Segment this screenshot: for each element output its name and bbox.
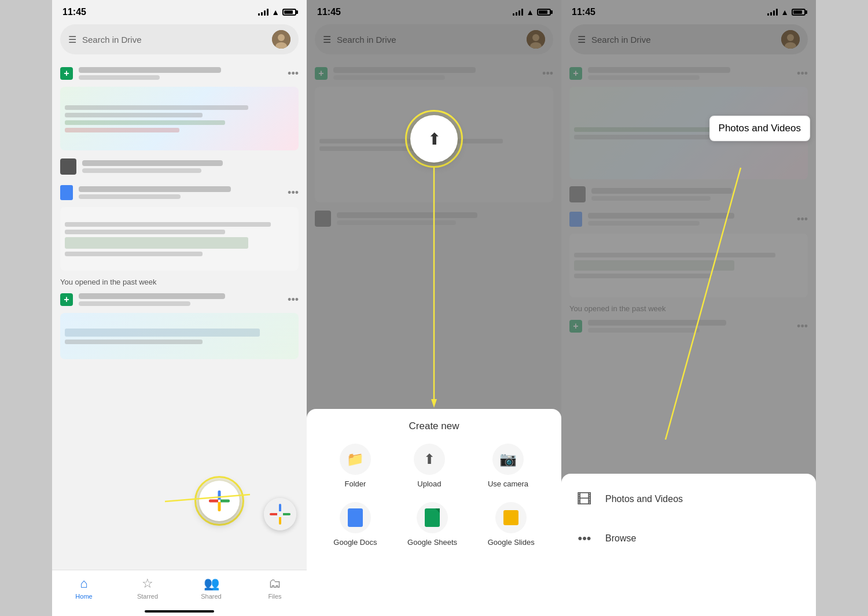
bottom-sheet-middle: Create new 📁 Folder ⬆ Upload 📷 [307,409,561,616]
file-item-1[interactable]: + ••• [52,62,307,84]
bottom-nav-left: ⌂ Home ☆ Starred 👥 Shared 🗂 Files [52,570,307,616]
docs-label: Google Docs [333,538,377,547]
nav-shared-label-left: Shared [201,593,221,600]
avatar-left[interactable] [272,30,290,49]
battery-icon-left [282,9,296,16]
file-info-1 [79,67,282,80]
file-item-3[interactable]: ••• [52,180,307,205]
files-icon-left: 🗂 [269,576,281,591]
folder-icon-sheet: 📁 [340,444,371,475]
nav-files-left[interactable]: 🗂 Files [243,576,307,600]
file-thumb-2 [60,158,76,175]
signal-icon-left [258,9,269,16]
upload-icon-middle: ⬆ [428,130,441,149]
thumbnail-3[interactable] [60,313,299,359]
left-panel: 11:45 ▲ ☰ Search in Drive [52,0,307,616]
slides-icon-sheet [495,502,527,533]
section-label-left: You opened in the past week [52,273,307,289]
hamburger-icon-left[interactable]: ☰ [68,34,76,45]
upload-circle-ring: ⬆ [405,110,463,168]
nav-starred-label-left: Starred [137,593,158,600]
sheet-item-browse-right[interactable]: ••• Browse [561,519,816,558]
sheet-item-upload[interactable]: ⬆ Upload [414,444,445,488]
svg-point-1 [278,34,285,41]
file-item-2[interactable] [52,154,307,179]
status-icons-left: ▲ [258,8,296,17]
doc-icon-3 [60,185,73,200]
upload-button-middle[interactable]: ⬆ [410,115,458,163]
home-icon-left: ⌂ [80,576,87,591]
home-indicator-left [145,610,214,613]
plus-icon-left [209,490,230,511]
photos-label-right: Photos and Videos [605,494,683,504]
fab-yellow-ring [194,476,244,526]
more-icon-3[interactable]: ••• [288,187,299,199]
right-panel: 11:45 ▲ ☰ Search in Drive [561,0,816,616]
nav-starred-left[interactable]: ☆ Starred [116,576,179,600]
folder-label: Folder [345,479,366,488]
nav-home-label-left: Home [75,593,92,600]
camera-icon-sheet: 📷 [492,444,524,475]
folder-icon-4: + [60,293,73,306]
sheet-item-camera[interactable]: 📷 Use camera [488,444,528,488]
sheets-icon-sheet [417,502,448,533]
sheets-label: Google Sheets [407,538,457,547]
photos-icon-right: 🎞 [573,488,596,511]
thumbnail-2[interactable] [60,207,299,271]
upload-icon-sheet: ⬆ [414,444,445,475]
slides-label: Google Slides [488,538,535,547]
tooltip-text: Photos and Videos [719,123,801,134]
file-info-3 [79,186,282,199]
nav-files-label-left: Files [268,593,281,600]
nav-shared-left[interactable]: 👥 Shared [179,576,243,600]
camera-label: Use camera [488,479,528,488]
wifi-icon-left: ▲ [271,8,279,17]
search-input-left[interactable]: Search in Drive [82,35,266,45]
sheet-grid-row2: Google Docs Google Sheets Google Slides [307,502,561,558]
folder-icon-1: + [60,67,73,80]
file-item-4[interactable]: + ••• [52,289,307,311]
more-icon-4[interactable]: ••• [288,294,299,306]
middle-panel: 11:45 ▲ ☰ Search in Drive [307,0,561,616]
sheet-title-middle: Create new [307,420,561,432]
star-icon-left: ☆ [142,576,153,591]
docs-icon-sheet [340,502,371,533]
sheet-item-folder[interactable]: 📁 Folder [340,444,371,488]
content-left: + ••• [52,58,307,366]
more-icon-1[interactable]: ••• [288,68,299,80]
fab-secondary-left[interactable] [264,498,296,530]
search-bar-left[interactable]: ☰ Search in Drive [60,24,299,54]
status-bar-left: 11:45 ▲ [52,0,307,21]
sheet-item-docs[interactable]: Google Docs [333,502,377,547]
right-sheet: 🎞 Photos and Videos ••• Browse [561,474,816,616]
tooltip-photos-videos: Photos and Videos [709,116,810,141]
sheet-item-photos-right[interactable]: 🎞 Photos and Videos [561,479,816,519]
file-info-2 [82,160,299,173]
time-left: 11:45 [62,7,86,17]
shared-icon-left: 👥 [204,576,219,591]
browse-label-right: Browse [605,533,636,544]
nav-home-left[interactable]: ⌂ Home [52,576,116,600]
sheet-grid-row1: 📁 Folder ⬆ Upload 📷 Use camera [307,444,561,500]
fab-main-left[interactable] [199,481,240,521]
browse-icon-right: ••• [573,527,596,550]
sheet-item-slides[interactable]: Google Slides [488,502,535,547]
plus-icon-small [270,504,290,525]
file-info-4 [79,293,282,306]
thumbnail-1[interactable] [60,87,299,150]
upload-label: Upload [417,479,441,488]
sheet-item-sheets[interactable]: Google Sheets [407,502,457,547]
